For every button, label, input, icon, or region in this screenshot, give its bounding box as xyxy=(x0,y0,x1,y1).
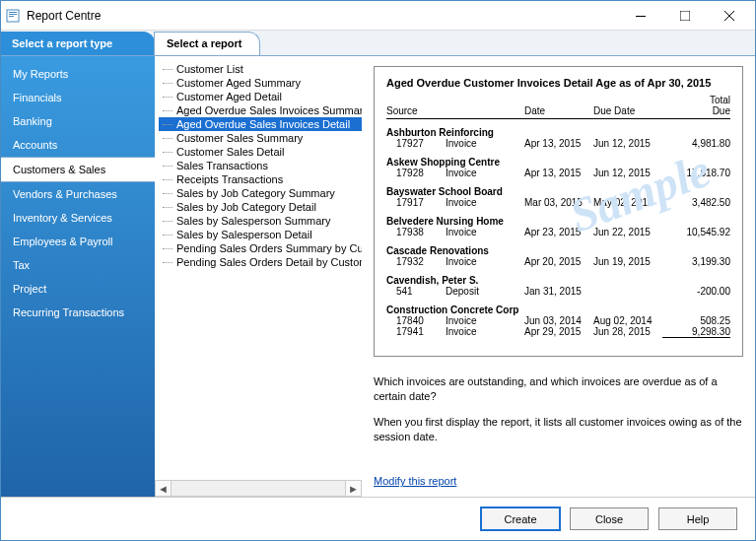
horizontal-scrollbar[interactable]: ◄ ► xyxy=(155,480,362,497)
modify-report-link[interactable]: Modify this report xyxy=(374,465,743,487)
col-total-top: Total xyxy=(588,95,731,105)
maximize-button[interactable] xyxy=(662,1,707,30)
tab-select-report[interactable]: Select a report xyxy=(154,32,260,55)
scroll-track[interactable] xyxy=(172,480,345,497)
minimize-button[interactable] xyxy=(618,1,662,30)
report-item[interactable]: Sales by Job Category Detail xyxy=(159,200,362,214)
report-row: 17928InvoiceApr 13, 2015Jun 12, 201517,6… xyxy=(386,168,730,178)
section-name: Bayswater School Board xyxy=(386,186,730,197)
report-row: 541DepositJan 31, 2015-200.00 xyxy=(386,286,730,297)
svg-rect-3 xyxy=(9,16,14,17)
sidebar-item-recurring-transactions[interactable]: Recurring Transactions xyxy=(1,301,155,324)
report-section: Construction Concrete Corp17840InvoiceJu… xyxy=(386,304,730,338)
report-item[interactable]: Sales by Salesperson Detail xyxy=(159,228,362,241)
sidebar: My ReportsFinancialsBankingAccountsCusto… xyxy=(1,56,155,497)
col-date: Date xyxy=(524,105,593,116)
report-row: 17927InvoiceApr 13, 2015Jun 12, 20154,98… xyxy=(386,138,730,149)
scroll-right-arrow[interactable]: ► xyxy=(345,480,362,497)
report-item[interactable]: Pending Sales Orders Detail by Customer xyxy=(159,255,362,269)
report-section: Cavendish, Peter S.541DepositJan 31, 201… xyxy=(386,275,730,297)
main-content: My ReportsFinancialsBankingAccountsCusto… xyxy=(1,56,755,497)
help-button[interactable]: Help xyxy=(658,507,737,530)
sidebar-item-customers-sales[interactable]: Customers & Sales xyxy=(1,157,155,182)
svg-rect-5 xyxy=(680,11,690,21)
report-item[interactable]: Sales Transactions xyxy=(159,159,362,172)
report-section: Cascade Renovations17932InvoiceApr 20, 2… xyxy=(386,245,730,267)
svg-rect-2 xyxy=(9,14,17,15)
sidebar-item-vendors-purchases[interactable]: Vendors & Purchases xyxy=(1,182,155,206)
report-sample-box: Sample Aged Overdue Customer Invoices De… xyxy=(374,66,743,357)
report-title: Aged Overdue Customer Invoices Detail Ag… xyxy=(386,77,730,89)
sidebar-item-my-reports[interactable]: My Reports xyxy=(1,62,155,86)
report-row: 17941InvoiceApr 29, 2015Jun 28, 20159,29… xyxy=(386,326,730,338)
sidebar-item-inventory-services[interactable]: Inventory & Services xyxy=(1,206,155,230)
description-line-1: Which invoices are outstanding, and whic… xyxy=(374,374,743,405)
section-name: Cascade Renovations xyxy=(386,245,730,256)
section-name: Construction Concrete Corp xyxy=(386,304,730,315)
svg-rect-1 xyxy=(9,12,17,13)
sidebar-item-banking[interactable]: Banking xyxy=(1,109,155,133)
report-section: Bayswater School Board17917InvoiceMar 03… xyxy=(386,186,730,208)
section-name: Cavendish, Peter S. xyxy=(386,275,730,286)
description-line-2: When you first display the report, it li… xyxy=(374,415,743,445)
sidebar-item-project[interactable]: Project xyxy=(1,277,155,301)
header-tabs: Select a report type Select a report xyxy=(1,31,755,56)
app-icon xyxy=(5,8,21,24)
report-item[interactable]: Receipts Transactions xyxy=(159,172,362,186)
sidebar-item-accounts[interactable]: Accounts xyxy=(1,133,155,157)
report-header-top: Total xyxy=(386,95,730,105)
window-title: Report Centre xyxy=(27,9,101,23)
report-section: Belvedere Nursing Home17938InvoiceApr 23… xyxy=(386,216,730,237)
report-row: 17938InvoiceApr 23, 2015Jun 22, 201510,5… xyxy=(386,227,730,237)
section-name: Askew Shopping Centre xyxy=(386,157,730,168)
report-item[interactable]: Sales by Salesperson Summary xyxy=(159,214,362,228)
report-row: 17840InvoiceJun 03, 2014Aug 02, 2014508.… xyxy=(386,315,730,326)
sidebar-item-financials[interactable]: Financials xyxy=(1,86,155,109)
close-dialog-button[interactable]: Close xyxy=(570,507,649,530)
report-item[interactable]: Customer Aged Detail xyxy=(159,90,362,103)
report-item[interactable]: Customer Aged Summary xyxy=(159,76,362,90)
report-item[interactable]: Customer Sales Summary xyxy=(159,131,362,145)
report-row: 17932InvoiceApr 20, 2015Jun 19, 20153,19… xyxy=(386,256,730,267)
col-source: Source xyxy=(386,105,446,116)
report-item[interactable]: Customer List xyxy=(159,62,362,76)
section-name: Ashburton Reinforcing xyxy=(386,127,730,138)
report-section: Ashburton Reinforcing17927InvoiceApr 13,… xyxy=(386,127,730,149)
report-section: Askew Shopping Centre17928InvoiceApr 13,… xyxy=(386,157,730,178)
report-item[interactable]: Aged Overdue Sales Invoices Detail xyxy=(159,117,362,131)
bottom-bar: Create Close Help xyxy=(1,497,755,540)
report-row: 17917InvoiceMar 03, 2015May 02, 20153,48… xyxy=(386,197,730,208)
report-preview-panel: Sample Aged Overdue Customer Invoices De… xyxy=(362,56,755,497)
titlebar: Report Centre xyxy=(1,1,755,31)
report-list-panel: Customer ListCustomer Aged SummaryCustom… xyxy=(155,56,362,497)
tab-report-type[interactable]: Select a report type xyxy=(1,32,155,55)
create-button[interactable]: Create xyxy=(481,507,560,530)
scroll-left-arrow[interactable]: ◄ xyxy=(155,480,172,497)
col-total-bottom: Due xyxy=(662,105,730,116)
close-button[interactable] xyxy=(707,1,751,30)
report-description: Which invoices are outstanding, and whic… xyxy=(374,374,743,455)
section-name: Belvedere Nursing Home xyxy=(386,216,730,227)
svg-rect-4 xyxy=(636,16,646,17)
sidebar-item-employees-payroll[interactable]: Employees & Payroll xyxy=(1,230,155,253)
col-duedate: Due Date xyxy=(593,105,662,116)
report-item[interactable]: Pending Sales Orders Summary by Customer xyxy=(159,241,362,255)
sidebar-item-tax[interactable]: Tax xyxy=(1,253,155,277)
report-tree: Customer ListCustomer Aged SummaryCustom… xyxy=(155,56,362,480)
report-centre-window: Report Centre Select a report type Selec… xyxy=(0,0,756,541)
report-item[interactable]: Sales by Job Category Summary xyxy=(159,186,362,200)
report-item[interactable]: Aged Overdue Sales Invoices Summary xyxy=(159,103,362,117)
report-header: Source Date Due Date Due xyxy=(386,105,730,119)
report-item[interactable]: Customer Sales Detail xyxy=(159,145,362,159)
